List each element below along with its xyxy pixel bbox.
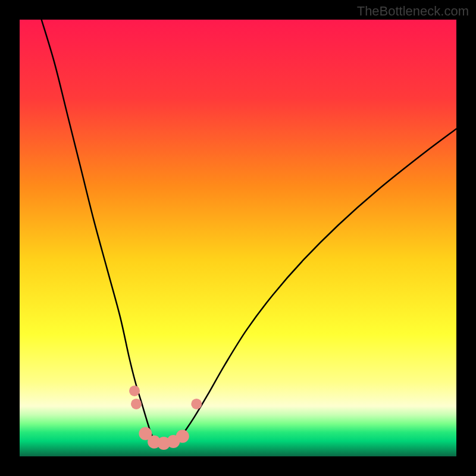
bottleneck-chart — [0, 0, 476, 476]
data-marker — [129, 386, 140, 396]
chart-frame: TheBottleneck.com — [0, 0, 476, 476]
data-marker — [191, 399, 202, 409]
data-marker — [131, 399, 142, 409]
data-marker — [176, 430, 189, 443]
gradient-background — [20, 20, 456, 456]
